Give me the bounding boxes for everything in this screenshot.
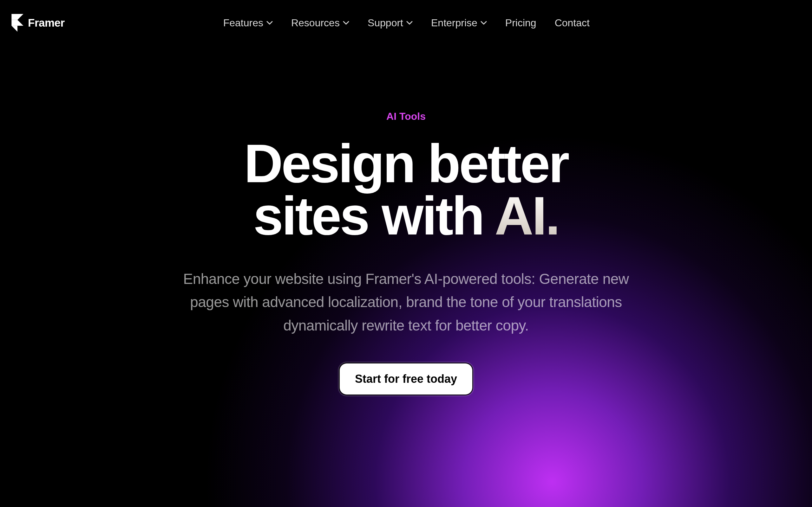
nav-label: Resources bbox=[291, 17, 340, 29]
nav-support[interactable]: Support bbox=[368, 17, 413, 29]
logo[interactable]: Framer bbox=[11, 14, 65, 32]
hero-section: AI Tools Design better sites with AI. En… bbox=[0, 111, 812, 395]
nav-links: Features Resources Support Enterprise Pr… bbox=[223, 17, 590, 29]
start-free-button[interactable]: Start for free today bbox=[340, 363, 472, 395]
nav-label: Enterprise bbox=[431, 17, 477, 29]
nav-resources[interactable]: Resources bbox=[291, 17, 349, 29]
page-headline: Design better sites with AI. bbox=[184, 137, 628, 242]
brand-name: Framer bbox=[28, 16, 65, 29]
nav-enterprise[interactable]: Enterprise bbox=[431, 17, 487, 29]
nav-features[interactable]: Features bbox=[223, 17, 273, 29]
headline-ai-word: AI. bbox=[495, 186, 559, 246]
chevron-down-icon bbox=[480, 21, 487, 25]
nav-label: Contact bbox=[555, 17, 590, 29]
nav-pricing[interactable]: Pricing bbox=[505, 17, 537, 29]
chevron-down-icon bbox=[406, 21, 413, 25]
eyebrow-label: AI Tools bbox=[386, 111, 426, 122]
chevron-down-icon bbox=[343, 21, 349, 25]
nav-label: Pricing bbox=[505, 17, 537, 29]
nav-label: Support bbox=[368, 17, 403, 29]
nav-contact[interactable]: Contact bbox=[555, 17, 590, 29]
framer-logo-icon bbox=[11, 14, 23, 32]
navbar: Framer Features Resources Support Enterp… bbox=[0, 0, 812, 46]
subheadline: Enhance your website using Framer's AI-p… bbox=[168, 268, 644, 337]
chevron-down-icon bbox=[266, 21, 273, 25]
nav-label: Features bbox=[223, 17, 263, 29]
